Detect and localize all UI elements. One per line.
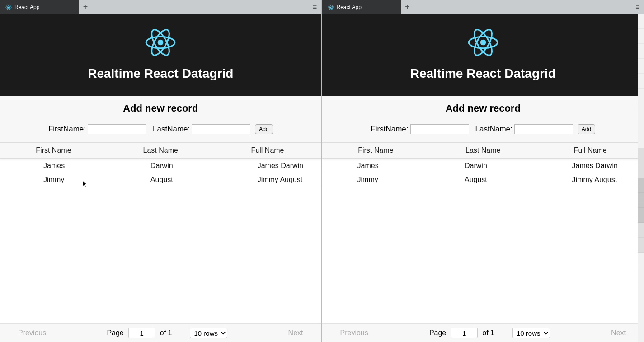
lastname-input[interactable] bbox=[514, 124, 573, 134]
table-row[interactable]: Jimmy August Jimmy August bbox=[322, 173, 644, 187]
lastname-label: LastName: bbox=[475, 125, 512, 134]
firstname-label: FirstName: bbox=[371, 125, 408, 134]
page-of-label: of 1 bbox=[160, 329, 172, 337]
pager: Previous Page of 1 10 rows Next bbox=[0, 323, 321, 342]
page-label: Page bbox=[107, 329, 123, 337]
page-of-label: of 1 bbox=[482, 329, 494, 337]
cell-fullname: James Darwin bbox=[537, 159, 644, 173]
grid-header-row: First Name Last Name Full Name bbox=[322, 143, 644, 159]
cell-firstname: James bbox=[0, 159, 107, 173]
browser-window-left: React App + ≡ Realtime React Datagrid Ad… bbox=[0, 0, 322, 342]
lastname-input[interactable] bbox=[192, 124, 250, 134]
svg-point-8 bbox=[330, 6, 331, 8]
add-button[interactable]: Add bbox=[255, 124, 273, 134]
grid-header-row: First Name Last Name Full Name bbox=[0, 143, 321, 159]
cell-firstname: Jimmy bbox=[0, 173, 107, 187]
app-header: Realtime React Datagrid bbox=[322, 14, 644, 96]
firstname-label: FirstName: bbox=[48, 125, 86, 134]
new-tab-button[interactable]: + bbox=[401, 0, 414, 14]
svg-point-4 bbox=[158, 40, 164, 46]
cell-firstname: James bbox=[322, 159, 430, 173]
app-title: Realtime React Datagrid bbox=[5, 66, 317, 81]
cell-firstname: Jimmy bbox=[322, 173, 430, 187]
col-header-lastname[interactable]: Last Name bbox=[429, 143, 537, 158]
form-heading: Add new record bbox=[327, 103, 640, 114]
col-header-firstname[interactable]: First Name bbox=[0, 143, 107, 158]
add-record-form: Add new record FirstName: LastName: Add bbox=[0, 96, 321, 142]
cell-lastname: Darwin bbox=[107, 159, 214, 173]
rows-select[interactable]: 10 rows bbox=[190, 328, 227, 338]
table-row[interactable]: James Darwin James Darwin bbox=[0, 159, 321, 173]
previous-button[interactable]: Previous bbox=[18, 329, 46, 337]
grid-body[interactable]: James Darwin James Darwin Jimmy August J… bbox=[322, 159, 644, 323]
page-label: Page bbox=[429, 329, 446, 337]
datagrid: First Name Last Name Full Name James Dar… bbox=[322, 142, 644, 342]
tab-bar: React App + ≡ bbox=[0, 0, 321, 14]
cell-fullname: Jimmy August bbox=[214, 173, 321, 187]
tab-menu-icon[interactable]: ≡ bbox=[309, 0, 321, 14]
lastname-label: LastName: bbox=[153, 125, 190, 134]
tab-menu-icon[interactable]: ≡ bbox=[631, 0, 644, 14]
cell-lastname: August bbox=[429, 173, 537, 187]
react-favicon-icon bbox=[328, 4, 334, 10]
svg-point-0 bbox=[8, 6, 9, 8]
previous-button[interactable]: Previous bbox=[340, 329, 368, 337]
page-input[interactable] bbox=[128, 328, 155, 338]
svg-point-12 bbox=[480, 40, 486, 46]
browser-tab[interactable]: React App bbox=[0, 0, 79, 14]
new-tab-button[interactable]: + bbox=[79, 0, 92, 14]
col-header-lastname[interactable]: Last Name bbox=[107, 143, 214, 158]
col-header-firstname[interactable]: First Name bbox=[322, 143, 430, 158]
cell-lastname: August bbox=[107, 173, 214, 187]
app-header: Realtime React Datagrid bbox=[0, 14, 321, 96]
next-button[interactable]: Next bbox=[611, 329, 626, 337]
col-header-fullname[interactable]: Full Name bbox=[214, 143, 321, 158]
firstname-input[interactable] bbox=[410, 124, 469, 134]
table-row[interactable]: James Darwin James Darwin bbox=[322, 159, 644, 173]
cell-fullname: James Darwin bbox=[214, 159, 321, 173]
browser-tab[interactable]: React App bbox=[322, 0, 401, 14]
page-input[interactable] bbox=[451, 328, 478, 338]
col-header-fullname[interactable]: Full Name bbox=[537, 143, 644, 158]
grid-body[interactable]: James Darwin James Darwin Jimmy August J… bbox=[0, 159, 321, 323]
cell-lastname: Darwin bbox=[429, 159, 537, 173]
tab-title: React App bbox=[337, 4, 362, 10]
tab-bar: React App + ≡ bbox=[322, 0, 644, 14]
datagrid: First Name Last Name Full Name James Dar… bbox=[0, 142, 321, 342]
rows-select[interactable]: 10 rows bbox=[512, 328, 550, 338]
pager: Previous Page of 1 10 rows Next bbox=[322, 323, 644, 342]
react-favicon-icon bbox=[5, 4, 12, 10]
cell-fullname: Jimmy August bbox=[537, 173, 644, 187]
table-row[interactable]: Jimmy August Jimmy August bbox=[0, 173, 321, 187]
firstname-input[interactable] bbox=[88, 124, 146, 134]
add-button[interactable]: Add bbox=[578, 124, 595, 134]
add-record-form: Add new record FirstName: LastName: Add bbox=[322, 96, 644, 142]
tab-title: React App bbox=[14, 4, 39, 10]
form-heading: Add new record bbox=[5, 103, 317, 114]
react-logo-icon bbox=[327, 27, 640, 60]
browser-window-right: React App + ≡ Realtime React Datagrid Ad… bbox=[322, 0, 644, 342]
next-button[interactable]: Next bbox=[288, 329, 303, 337]
app-title: Realtime React Datagrid bbox=[327, 66, 640, 81]
react-logo-icon bbox=[5, 27, 317, 60]
